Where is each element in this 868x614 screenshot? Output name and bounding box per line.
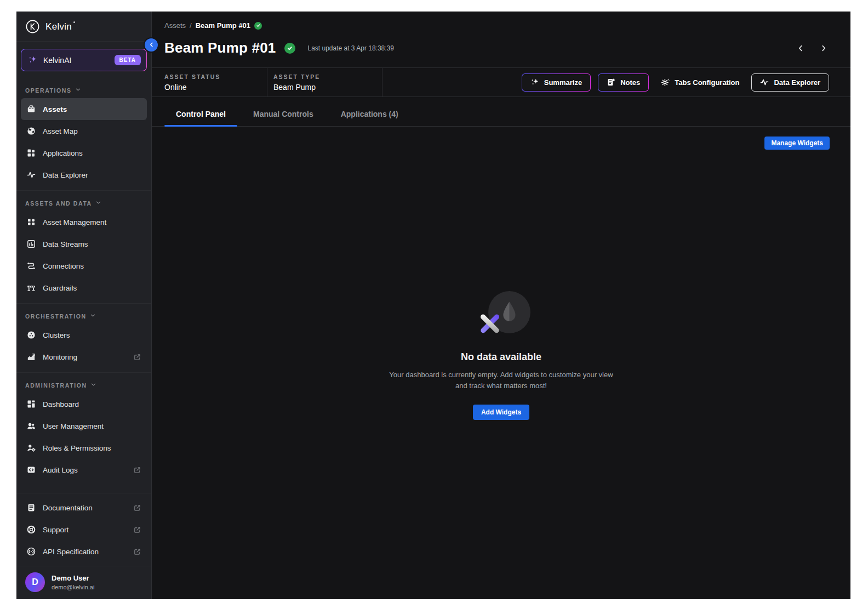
sidebar-item-clusters[interactable]: Clusters [21, 324, 147, 346]
nav-section-header[interactable]: ASSETS AND DATA [16, 193, 151, 211]
status-field-label: ASSET STATUS [164, 73, 267, 80]
sparkle-icon [530, 78, 539, 87]
sidebar-item-monitoring[interactable]: Monitoring [21, 346, 147, 368]
sidebar-item-data-explorer[interactable]: Data Explorer [21, 164, 147, 186]
button-label: Data Explorer [774, 78, 820, 87]
external-link-icon [133, 504, 141, 512]
sidebar-spacer [16, 485, 151, 493]
button-label: Notes [620, 78, 640, 87]
breadcrumb-assets-link[interactable]: Assets [164, 21, 186, 30]
sidebar-item-label: Monitoring [43, 353, 126, 361]
status-check-icon [284, 43, 295, 54]
sidebar-item-data-streams[interactable]: Data Streams [21, 233, 147, 255]
next-asset-button[interactable] [819, 43, 829, 53]
beta-badge: BETA [115, 55, 141, 65]
sidebar-item-label: Documentation [43, 504, 126, 512]
sidebar-item-kelvinai[interactable]: KelvinAI BETA [21, 49, 147, 71]
sidebar-item-label: KelvinAI [43, 56, 108, 65]
main-area: Assets / Beam Pump #01 Beam Pump #01 Las… [152, 12, 850, 599]
notes-button[interactable]: Notes [598, 73, 649, 92]
tab-control-panel[interactable]: Control Panel [164, 105, 237, 126]
sidebar-item-label: Dashboard [43, 400, 141, 408]
user-email: demo@kelvin.ai [52, 584, 94, 590]
sparkle-icon [28, 55, 37, 65]
sidebar-item-label: Assets [43, 105, 141, 113]
sidebar-item-label: Roles & Permissions [43, 444, 141, 452]
sidebar-item-api-specification[interactable]: API Specification [21, 541, 147, 562]
sidebar-item-asset-management[interactable]: Asset Management [21, 211, 147, 233]
droplet-icon [502, 300, 517, 323]
sidebar-item-label: Asset Map [43, 127, 141, 135]
page-header: Beam Pump #01 Last update at 3 Apr 18:38… [152, 30, 850, 56]
previous-asset-button[interactable] [796, 43, 806, 53]
asset-pager [796, 43, 829, 53]
data-streams-icon [26, 240, 36, 249]
data-explorer-button[interactable]: Data Explorer [751, 73, 829, 92]
tabs-configuration-button[interactable]: Tabs Configuration [656, 73, 744, 92]
sidebar-item-support[interactable]: Support [21, 519, 147, 541]
brand-name: Kelvin [45, 21, 72, 32]
manage-widgets-button[interactable]: Manage Widgets [764, 137, 830, 150]
page-title: Beam Pump #01 [164, 39, 276, 56]
user-menu[interactable]: D Demo User demo@kelvin.ai [16, 566, 151, 599]
sidebar-item-assets[interactable]: Assets [21, 98, 147, 120]
sidebar-item-label: Connections [43, 262, 141, 270]
sidebar-item-roles-permissions[interactable]: Roles & Permissions [21, 437, 147, 459]
sidebar-item-label: API Specification [43, 548, 126, 556]
chevron-left-icon [149, 40, 155, 50]
sidebar-item-guardrails[interactable]: Guardrails [21, 277, 147, 299]
waveform-icon [760, 78, 769, 87]
sidebar-item-label: User Management [43, 422, 141, 430]
no-data-icon [474, 291, 529, 337]
sidebar-item-user-management[interactable]: User Management [21, 415, 147, 437]
trademark-dot [73, 21, 75, 23]
sidebar-item-audit-logs[interactable]: Audit Logs [21, 459, 147, 481]
external-link-icon [133, 353, 141, 361]
nav-section-header[interactable]: OPERATIONS [16, 80, 151, 98]
tab-applications-4-[interactable]: Applications (4) [329, 105, 410, 126]
guardrails-icon [26, 283, 36, 293]
nav-section-header[interactable]: ADMINISTRATION [16, 375, 151, 393]
external-link-icon [133, 466, 141, 474]
sidebar-item-applications[interactable]: Applications [21, 142, 147, 164]
tab-manual-controls[interactable]: Manual Controls [242, 105, 325, 126]
globe-icon [26, 127, 36, 136]
connections-icon [26, 261, 36, 271]
sidebar-item-label: Audit Logs [43, 466, 126, 474]
empty-state-title: No data available [359, 351, 644, 363]
summarize-button[interactable]: Summarize [522, 73, 591, 92]
status-field: ASSET STATUSOnline [152, 68, 267, 96]
breadcrumb-separator: / [190, 21, 192, 30]
sidebar-collapse-button[interactable] [145, 38, 158, 52]
nav-section-label: ORCHESTRATION [25, 313, 87, 320]
chevron-down-icon [95, 200, 101, 207]
user-name: Demo User [52, 574, 94, 582]
status-field-value: Online [164, 83, 267, 92]
sidebar-item-documentation[interactable]: Documentation [21, 497, 147, 519]
audit-icon [26, 465, 36, 475]
sidebar-item-label: Support [43, 526, 126, 534]
nav-section-header[interactable]: ORCHESTRATION [16, 306, 151, 324]
sidebar-nav: OPERATIONSAssetsAsset MapApplicationsDat… [16, 78, 151, 485]
button-label: Summarize [544, 78, 582, 87]
breadcrumb-current: Beam Pump #01 [196, 21, 250, 30]
role-gear-icon [26, 444, 36, 453]
dashboard-icon [26, 400, 36, 409]
external-link-icon [133, 548, 141, 556]
sidebar-item-label: Data Streams [43, 240, 141, 248]
add-widgets-button[interactable]: Add Widgets [473, 405, 529, 420]
sidebar-item-connections[interactable]: Connections [21, 255, 147, 277]
brand-logo[interactable]: Kelvin [16, 12, 151, 42]
sidebar: Kelvin KelvinAI BETA OPERATIONSAssetsAss… [16, 12, 152, 599]
apps-icon [26, 149, 36, 158]
tab-content: Manage Widgets No data available [152, 127, 850, 599]
sidebar-item-asset-map[interactable]: Asset Map [21, 120, 147, 142]
status-actions: SummarizeNotesTabs ConfigurationData Exp… [522, 68, 850, 96]
sidebar-item-dashboard[interactable]: Dashboard [21, 393, 147, 415]
avatar: D [25, 572, 45, 592]
sidebar-item-label: Applications [43, 149, 141, 157]
support-icon [26, 525, 36, 535]
app-window: Kelvin KelvinAI BETA OPERATIONSAssetsAss… [16, 12, 850, 599]
note-icon [607, 78, 615, 87]
monitoring-icon [26, 353, 36, 362]
